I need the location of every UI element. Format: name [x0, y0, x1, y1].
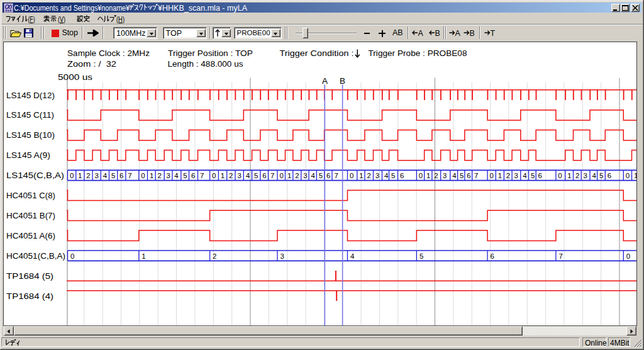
svg-text:3: 3 [167, 172, 170, 179]
svg-text:2: 2 [86, 172, 90, 179]
svg-text:6: 6 [119, 172, 123, 179]
svg-text:3: 3 [443, 172, 447, 179]
svg-text:3: 3 [303, 172, 307, 179]
svg-text:LS145 D(12): LS145 D(12) [6, 91, 55, 100]
svg-text:T: T [490, 29, 495, 37]
svg-text:5: 5 [183, 172, 187, 179]
svg-text:5: 5 [460, 172, 464, 179]
svg-text:5: 5 [111, 172, 115, 179]
svg-text:A: A [455, 29, 461, 37]
svg-text:3: 3 [514, 172, 518, 179]
svg-text:C:¥Documents and Settings¥nona: C:¥Documents and Settings¥noname¥ [14, 4, 130, 13]
svg-text:LS145 B(10): LS145 B(10) [6, 130, 55, 140]
svg-text:4: 4 [592, 172, 596, 179]
svg-text:B: B [470, 29, 475, 37]
svg-text:7: 7 [270, 172, 274, 179]
svg-text:5: 5 [391, 172, 395, 179]
svg-text:1: 1 [426, 172, 430, 179]
svg-text:7: 7 [558, 252, 562, 260]
svg-text:6: 6 [491, 252, 494, 260]
svg-text:B: B [340, 76, 345, 86]
svg-text:LS145(C,B,A): LS145(C,B,A) [6, 171, 64, 180]
svg-text:¥HHKB_scan.mla - myLA: ¥HHKB_scan.mla - myLA [157, 4, 247, 13]
svg-text:4: 4 [246, 172, 250, 179]
svg-text:0: 0 [350, 172, 353, 179]
svg-text:6: 6 [326, 172, 330, 179]
svg-text:A: A [418, 29, 424, 37]
svg-text:3: 3 [94, 172, 98, 179]
svg-text:LS145 A(9): LS145 A(9) [6, 150, 50, 160]
svg-text:HC4051 A(6): HC4051 A(6) [6, 231, 55, 240]
svg-text:1: 1 [221, 172, 225, 179]
svg-text:Trigger Position : TOP: Trigger Position : TOP [168, 48, 253, 58]
svg-text:0: 0 [419, 172, 423, 179]
svg-text:4: 4 [311, 172, 315, 179]
svg-text:6: 6 [467, 172, 470, 179]
svg-text:3: 3 [375, 172, 379, 179]
svg-text:7: 7 [128, 172, 131, 179]
svg-text:Sample Clock : 2MHz: Sample Clock : 2MHz [67, 48, 150, 58]
svg-text:1: 1 [78, 172, 82, 179]
svg-text:B: B [435, 29, 440, 37]
svg-text:HC4051 C(8): HC4051 C(8) [6, 191, 55, 200]
svg-text:4: 4 [384, 172, 389, 179]
svg-text:0: 0 [70, 252, 74, 260]
svg-text:6: 6 [262, 172, 266, 179]
svg-text:7: 7 [474, 172, 478, 179]
svg-text:3: 3 [584, 172, 587, 179]
svg-text:6: 6 [400, 172, 404, 179]
svg-text:Length : 488.000 us: Length : 488.000 us [168, 59, 244, 69]
svg-text:3: 3 [280, 252, 284, 260]
svg-text:0: 0 [626, 172, 630, 179]
svg-text:4: 4 [103, 172, 108, 179]
svg-text:0: 0 [558, 172, 562, 179]
svg-text:Zoom : / 32: Zoom : / 32 [67, 59, 116, 69]
svg-text:4: 4 [350, 252, 355, 260]
svg-text:4: 4 [452, 172, 457, 179]
svg-text:1: 1 [567, 172, 571, 179]
svg-text:0: 0 [70, 172, 74, 179]
svg-text:2: 2 [506, 172, 510, 179]
svg-text:5: 5 [599, 172, 603, 179]
svg-text:HC4051(C,B,A): HC4051(C,B,A) [6, 251, 65, 261]
svg-text:4: 4 [174, 172, 179, 179]
svg-text:1: 1 [287, 172, 291, 179]
svg-text:(F): (F) [28, 15, 35, 23]
svg-text:0: 0 [626, 252, 630, 260]
svg-text:5: 5 [419, 252, 423, 260]
svg-text:6: 6 [538, 172, 542, 179]
svg-text:2: 2 [367, 172, 370, 179]
svg-text:3: 3 [237, 172, 241, 179]
svg-text:5: 5 [531, 172, 535, 179]
svg-text:1: 1 [150, 172, 153, 179]
svg-text:LS145 C(11): LS145 C(11) [6, 110, 54, 120]
svg-text:2: 2 [434, 172, 438, 179]
svg-text:2: 2 [158, 172, 162, 179]
svg-text:2: 2 [229, 172, 233, 179]
svg-text:1: 1 [142, 252, 145, 260]
svg-text:5: 5 [319, 172, 323, 179]
svg-text:2: 2 [575, 172, 579, 179]
svg-text:7: 7 [334, 172, 338, 179]
svg-text:(H): (H) [116, 15, 125, 23]
svg-text:5000 us: 5000 us [58, 72, 93, 82]
svg-text:Trigger Probe : PROBE08: Trigger Probe : PROBE08 [369, 48, 467, 58]
svg-text:0: 0 [489, 172, 493, 179]
svg-text:(V): (V) [58, 15, 65, 23]
svg-text:1: 1 [634, 172, 636, 179]
svg-text:A: A [322, 76, 328, 86]
svg-text:2: 2 [213, 252, 216, 260]
svg-text:1: 1 [359, 172, 363, 179]
svg-text:Trigger Condition :: Trigger Condition : [280, 48, 354, 58]
svg-text:0: 0 [141, 172, 145, 179]
svg-text:6: 6 [191, 172, 195, 179]
svg-text:2: 2 [295, 172, 299, 179]
svg-text:6: 6 [608, 172, 611, 179]
svg-text:TP1684 (5): TP1684 (5) [6, 271, 53, 281]
svg-text:0: 0 [212, 172, 216, 179]
svg-text:7: 7 [200, 172, 204, 179]
svg-text:HC4051 B(7): HC4051 B(7) [6, 211, 55, 220]
svg-text:TP1684 (4): TP1684 (4) [6, 291, 53, 301]
svg-text:1: 1 [498, 172, 502, 179]
svg-text:0: 0 [279, 172, 283, 179]
